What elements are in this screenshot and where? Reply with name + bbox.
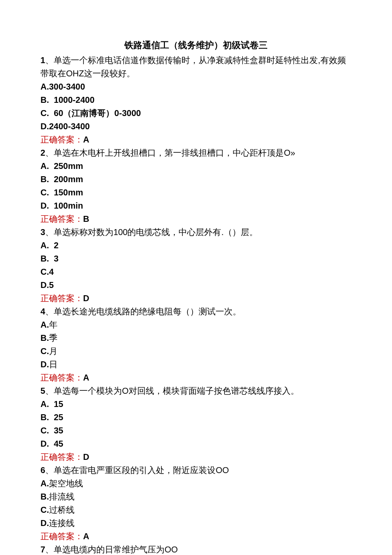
option-b: B. 1000-2400 [40, 93, 352, 107]
option-b: B.季 [40, 331, 352, 345]
option-d: D. 45 [40, 437, 352, 450]
option-d: D.5 [40, 279, 352, 292]
option-a: A. 15 [40, 398, 352, 411]
question-6: 6、单选在雷电严重区段的引入处，附近应装设OO A.架空地线 B.排流线 C.过… [40, 464, 352, 543]
question-5: 5、单选每一个模块为O对回线，模块背面端子按色谱芯线线序接入。 A. 15 B.… [40, 384, 352, 464]
option-d: D.2400-3400 [40, 120, 352, 133]
answer: 正确答案：A [40, 133, 352, 146]
answer: 正确答案：A [40, 371, 352, 384]
question-text: 4、单选长途光电缆线路的绝缘电阻每（）测试一次。 [40, 305, 352, 318]
option-c: C.过桥线 [40, 503, 352, 517]
question-body: 电缆内的日常维护气压为OO [71, 545, 178, 554]
option-c: C.4 [40, 265, 352, 279]
question-3: 3、单选标称对数为100的电缆芯线，中心层外有.（）层。 A. 2 B. 3 C… [40, 226, 352, 305]
option-c: C.月 [40, 345, 352, 358]
question-text: 6、单选在雷电严重区段的引入处，附近应装设OO [40, 464, 352, 477]
question-type: 单选 [54, 465, 71, 475]
question-text: 5、单选每一个模块为O对回线，模块背面端子按色谱芯线线序接入。 [40, 384, 352, 398]
option-b: B. 25 [40, 411, 352, 424]
option-b: B.排流线 [40, 490, 352, 503]
option-a: A.架空地线 [40, 477, 352, 490]
question-4: 4、单选长途光电缆线路的绝缘电阻每（）测试一次。 A.年 B.季 C.月 D.日… [40, 305, 352, 384]
question-body: 在木电杆上开线担槽口，第一排线担槽口，中心距杆顶是O» [71, 148, 295, 157]
question-1: 1、单选一个标准电话信道作数据传输时，从净衰减特性盒群时延特性出发,有效频带取在… [40, 54, 352, 146]
question-type: 单选 [54, 148, 71, 157]
question-7: 7、单选电缆内的日常维护气压为OO A. 20-70KPa [40, 543, 352, 555]
question-type: 单选 [54, 545, 71, 554]
option-c: C. 150mm [40, 186, 352, 199]
question-body: 每一个模块为O对回线，模块背面端子按色谱芯线线序接入。 [71, 386, 299, 395]
question-text: 3、单选标称对数为100的电缆芯线，中心层外有.（）层。 [40, 226, 352, 239]
option-a: A.年 [40, 318, 352, 331]
document-title: 铁路通信工（线务维护）初级试卷三 [40, 38, 352, 52]
answer: 正确答案：A [40, 530, 352, 543]
option-a: A. 250mm [40, 160, 352, 173]
question-type: 单选 [54, 227, 71, 237]
option-d: D.日 [40, 358, 352, 371]
option-d: D.连接线 [40, 517, 352, 530]
question-text: 7、单选电缆内的日常维护气压为OO [40, 543, 352, 555]
answer: 正确答案：D [40, 450, 352, 464]
question-body: 一个标准电话信道作数据传输时，从净衰减特性盒群时延特性出发,有效频带取在OHZ这… [40, 55, 346, 78]
question-number: 5 [40, 386, 45, 395]
question-number: 4 [40, 307, 45, 316]
question-type: 单选 [54, 55, 71, 65]
question-number: 7 [40, 545, 45, 554]
option-d: D. 100min [40, 199, 352, 212]
option-b: B. 200mm [40, 173, 352, 186]
option-a: A.300-3400 [40, 80, 352, 93]
question-number: 3 [40, 227, 45, 237]
question-body: 在雷电严重区段的引入处，附近应装设OO [71, 465, 229, 475]
answer: 正确答案：B [40, 212, 352, 226]
question-body: 长途光电缆线路的绝缘电阻每（）测试一次。 [71, 307, 241, 316]
question-text: 2、单选在木电杆上开线担槽口，第一排线担槽口，中心距杆顶是O» [40, 146, 352, 160]
question-number: 2 [40, 148, 45, 157]
question-type: 单选 [54, 386, 71, 395]
question-type: 单选 [54, 307, 71, 316]
question-2: 2、单选在木电杆上开线担槽口，第一排线担槽口，中心距杆顶是O» A. 250mm… [40, 146, 352, 226]
question-body: 标称对数为100的电缆芯线，中心层外有.（）层。 [71, 227, 258, 237]
question-number: 1 [40, 55, 45, 65]
question-number: 6 [40, 465, 45, 475]
answer: 正确答案：D [40, 292, 352, 305]
option-b: B. 3 [40, 252, 352, 265]
option-a: A. 2 [40, 239, 352, 252]
option-c: C. 35 [40, 424, 352, 437]
option-c: C. 60（江南博哥）0-3000 [40, 107, 352, 120]
question-text: 1、单选一个标准电话信道作数据传输时，从净衰减特性盒群时延特性出发,有效频带取在… [40, 54, 352, 80]
